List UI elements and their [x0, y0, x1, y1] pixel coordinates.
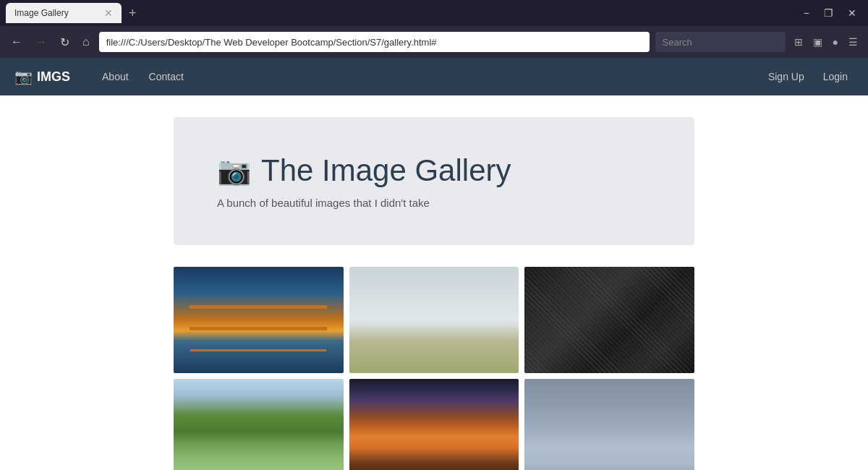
camera-nav-icon: 📷: [14, 68, 33, 85]
nav-links: About Contact: [92, 67, 194, 87]
toolbar-icons: ⊞ ▣ ● ☰: [791, 35, 861, 49]
address-bar: ← → ↻ ⌂ ⊞ ▣ ● ☰: [0, 26, 868, 58]
gallery-item[interactable]: [524, 267, 694, 373]
hero-title-text: The Image Gallery: [261, 153, 511, 188]
hero-section: 📷 The Image Gallery A bunch of beautiful…: [174, 117, 694, 245]
image-foggy: [349, 267, 519, 373]
url-bar[interactable]: [99, 32, 650, 52]
gallery-item[interactable]: [349, 379, 519, 470]
search-input[interactable]: [655, 32, 786, 52]
new-tab-button[interactable]: +: [124, 6, 141, 21]
image-ocean: [524, 379, 694, 470]
forward-button[interactable]: →: [32, 34, 51, 50]
restore-button[interactable]: ❐: [818, 7, 839, 19]
menu-icon[interactable]: ☰: [846, 35, 861, 49]
nav-right: Sign Up Login: [762, 68, 854, 85]
home-button[interactable]: ⌂: [79, 34, 93, 50]
gallery-item[interactable]: [349, 267, 519, 373]
window-controls: − ❐ ✕: [798, 7, 862, 19]
camera-icon: 📷: [217, 155, 251, 187]
website-content: 📷 IMGS About Contact Sign Up Login 📷 The…: [0, 58, 868, 470]
gallery-container: [174, 267, 694, 470]
gallery-item[interactable]: [174, 379, 344, 470]
tab-title: Image Gallery: [14, 8, 69, 18]
brand: 📷 IMGS: [14, 68, 70, 85]
back-button[interactable]: ←: [7, 34, 26, 50]
minimize-button[interactable]: −: [798, 7, 815, 19]
close-button[interactable]: ✕: [842, 7, 862, 19]
hero-subtitle: A bunch of beautiful images that I didn'…: [217, 197, 651, 209]
browser-window: Image Gallery ✕ + − ❐ ✕ ← → ↻ ⌂ ⊞ ▣ ● ☰: [0, 0, 868, 58]
brand-name: IMGS: [37, 69, 70, 85]
gallery-grid: [174, 267, 694, 470]
gallery-item[interactable]: [524, 379, 694, 470]
tabs-icon[interactable]: ▣: [810, 35, 825, 49]
image-abstract: [524, 267, 694, 373]
active-tab[interactable]: Image Gallery ✕: [6, 3, 122, 23]
login-button[interactable]: Login: [817, 68, 854, 85]
nav-link-contact[interactable]: Contact: [139, 67, 194, 87]
tab-bar: Image Gallery ✕ + − ❐ ✕: [0, 0, 868, 26]
image-mountains: [174, 379, 344, 470]
nav-link-about[interactable]: About: [92, 67, 139, 87]
navbar: 📷 IMGS About Contact Sign Up Login: [0, 58, 868, 95]
gallery-item[interactable]: [174, 267, 344, 373]
refresh-button[interactable]: ↻: [56, 34, 73, 51]
bookmarks-icon[interactable]: ⊞: [791, 35, 806, 49]
image-sunset: [349, 379, 519, 470]
signup-button[interactable]: Sign Up: [762, 68, 810, 85]
profile-icon[interactable]: ●: [830, 35, 841, 49]
tab-close-button[interactable]: ✕: [104, 7, 113, 19]
hero-title: 📷 The Image Gallery: [217, 153, 651, 188]
image-golden-gate: [174, 267, 344, 373]
